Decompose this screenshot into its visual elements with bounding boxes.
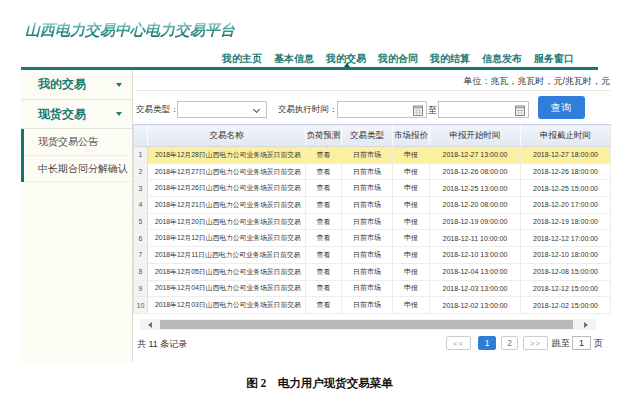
exec-time-to-input[interactable]	[438, 101, 529, 118]
pagination-controls: << 1 2 >> 跳至 页	[446, 336, 603, 350]
trade-type-cell: 日前市场	[342, 230, 393, 247]
sidebar-item-spot-notice[interactable]: 现货交易公告	[24, 129, 132, 156]
trade-type-cell: 日前市场	[342, 280, 393, 297]
load-forecast-link[interactable]: 查看	[306, 147, 342, 164]
sidebar-section-spot-trading[interactable]: 现货交易	[21, 100, 132, 129]
market-quote-link[interactable]: 申报	[393, 230, 430, 247]
exec-time-label: 交易执行时间：	[278, 104, 338, 116]
declare-start-cell: 2018-12-10 13:00:00	[430, 247, 521, 264]
nav-item-basic-info[interactable]: 基本信息	[274, 52, 314, 66]
load-forecast-link[interactable]: 查看	[306, 163, 342, 180]
load-forecast-link[interactable]: 查看	[306, 230, 342, 247]
scrollbar-thumb[interactable]	[160, 320, 573, 329]
scroll-left-icon[interactable]	[148, 322, 152, 328]
load-forecast-link[interactable]: 查看	[306, 297, 342, 314]
trade-type-cell: 日前市场	[342, 180, 393, 197]
col-header-declare-start: 申报开始时间	[430, 125, 521, 147]
page-2-button[interactable]: 2	[501, 336, 518, 350]
declare-start-cell: 2018-12-02 13:00:00	[430, 297, 521, 314]
table-row[interactable]: 8 2018年12月05日山西电力公司业务场景日前交易 查看 日前市场 申报 2…	[134, 263, 611, 280]
declare-start-cell: 2018-12-20 08:00:00	[430, 197, 521, 214]
calendar-icon[interactable]	[413, 105, 423, 116]
trade-type-label: 交易类型：	[136, 104, 179, 116]
units-note: 单位：兆瓦，兆瓦时，元/兆瓦时，元	[463, 75, 610, 88]
table-row[interactable]: 7 2018年12月11日山西电力公司业务场景日前交易 查看 日前市场 申报 2…	[134, 247, 611, 264]
load-forecast-link[interactable]: 查看	[306, 180, 342, 197]
nav-item-service-window[interactable]: 服务窗口	[534, 52, 574, 66]
market-quote-link[interactable]: 申报	[393, 180, 430, 197]
market-quote-link[interactable]: 申报	[393, 213, 430, 230]
load-forecast-link[interactable]: 查看	[306, 263, 342, 280]
table-row[interactable]: 5 2018年12月20日山西电力公司业务场景日前交易 查看 日前市场 申报 2…	[134, 213, 611, 230]
table-row[interactable]: 1 2018年12月28日山西电力公司业务场景日前交易 查看 日前市场 申报 2…	[134, 147, 611, 164]
chevron-down-icon	[116, 83, 122, 87]
filter-divider	[137, 90, 610, 91]
exec-time-from-input[interactable]	[337, 101, 427, 118]
trade-name-cell: 2018年12月20日山西电力公司业务场景日前交易	[148, 213, 306, 230]
market-quote-link[interactable]: 申报	[393, 297, 430, 314]
table-row[interactable]: 9 2018年12月04日山西电力公司业务场景日前交易 查看 日前市场 申报 2…	[134, 280, 611, 297]
sidebar-submenu: 现货交易公告 中长期合同分解确认	[21, 129, 132, 182]
market-quote-link[interactable]: 申报	[393, 163, 430, 180]
declare-start-cell: 2018-12-25 13:00:00	[430, 180, 521, 197]
load-forecast-link[interactable]: 查看	[306, 280, 342, 297]
search-button[interactable]: 查询	[538, 96, 585, 119]
row-index-cell: 3	[134, 180, 148, 197]
market-quote-link[interactable]: 申报	[393, 147, 430, 164]
load-forecast-link[interactable]: 查看	[306, 197, 342, 214]
sidebar-item-mid-long-term-confirm[interactable]: 中长期合同分解确认	[24, 156, 132, 182]
sidebar-section-my-trades[interactable]: 我的交易	[21, 70, 132, 100]
trade-type-cell: 日前市场	[342, 147, 393, 164]
table-row[interactable]: 3 2018年12月26日山西电力公司业务场景日前交易 查看 日前市场 申报 2…	[134, 180, 611, 197]
table-row[interactable]: 6 2018年12月12日山西电力公司业务场景日前交易 查看 日前市场 申报 2…	[134, 230, 611, 247]
row-index-cell: 2	[134, 163, 148, 180]
nav-item-my-contracts[interactable]: 我的合同	[378, 52, 418, 66]
col-header-market-quote: 市场报价	[393, 125, 430, 147]
trade-name-cell: 2018年12月03日山西电力公司业务场景日前交易	[148, 297, 306, 314]
load-forecast-link[interactable]: 查看	[306, 213, 342, 230]
horizontal-scrollbar[interactable]	[140, 319, 596, 330]
declare-end-cell: 2018-12-19 18:00:00	[521, 213, 611, 230]
table-row[interactable]: 4 2018年12月21日山西电力公司业务场景日前交易 查看 日前市场 申报 2…	[134, 197, 611, 214]
market-quote-link[interactable]: 申报	[393, 263, 430, 280]
trade-name-cell: 2018年12月28日山西电力公司业务场景日前交易	[148, 147, 306, 164]
declare-start-cell: 2018-12-26 08:00:00	[430, 163, 521, 180]
chevron-down-icon	[253, 106, 260, 113]
table-row[interactable]: 10 2018年12月03日山西电力公司业务场景日前交易 查看 日前市场 申报 …	[134, 297, 611, 314]
jump-page-input[interactable]	[572, 336, 591, 350]
row-index-cell: 4	[134, 197, 148, 214]
nav-item-info-release[interactable]: 信息发布	[482, 52, 522, 66]
row-index-cell: 10	[134, 297, 148, 314]
table-header: 交易名称 负荷预测 交易类型 市场报价 申报开始时间 申报截止时间	[134, 125, 611, 147]
trade-name-cell: 2018年12月21日山西电力公司业务场景日前交易	[148, 197, 306, 214]
col-header-declare-end: 申报截止时间	[521, 125, 611, 147]
declare-end-cell: 2018-12-08 15:00:00	[521, 263, 611, 280]
col-header-index	[134, 125, 148, 147]
next-page-button[interactable]: >>	[523, 336, 548, 350]
nav-item-home[interactable]: 我的主页	[222, 52, 262, 66]
trade-type-select[interactable]	[177, 101, 267, 118]
calendar-icon[interactable]	[515, 105, 525, 116]
trade-name-cell: 2018年12月27日山西电力公司业务场景日前交易	[148, 163, 306, 180]
load-forecast-link[interactable]: 查看	[306, 247, 342, 264]
records-total: 共 11 条记录	[137, 338, 187, 351]
market-quote-link[interactable]: 申报	[393, 197, 430, 214]
trade-name-cell: 2018年12月26日山西电力公司业务场景日前交易	[148, 180, 306, 197]
col-header-trade-name: 交易名称	[148, 125, 306, 147]
declare-end-cell: 2018-12-12 15:00:00	[521, 280, 611, 297]
jump-to-label: 跳至	[552, 337, 570, 350]
market-quote-link[interactable]: 申报	[393, 247, 430, 264]
scroll-right-icon[interactable]	[584, 322, 588, 328]
market-quote-link[interactable]: 申报	[393, 280, 430, 297]
nav-item-my-settlement[interactable]: 我的结算	[430, 52, 470, 66]
trade-type-cell: 日前市场	[342, 263, 393, 280]
trade-name-cell: 2018年12月11日山西电力公司业务场景日前交易	[148, 247, 306, 264]
table-body: 1 2018年12月28日山西电力公司业务场景日前交易 查看 日前市场 申报 2…	[134, 147, 611, 314]
figure-caption: 图 2 电力用户现货交易菜单	[0, 376, 639, 391]
page-1-button[interactable]: 1	[478, 336, 496, 350]
prev-page-button[interactable]: <<	[446, 336, 471, 350]
top-nav: 我的主页 基本信息 我的交易 我的合同 我的结算 信息发布 服务窗口	[222, 52, 574, 66]
row-index-cell: 5	[134, 213, 148, 230]
row-index-cell: 9	[134, 280, 148, 297]
table-row[interactable]: 2 2018年12月27日山西电力公司业务场景日前交易 查看 日前市场 申报 2…	[134, 163, 611, 180]
